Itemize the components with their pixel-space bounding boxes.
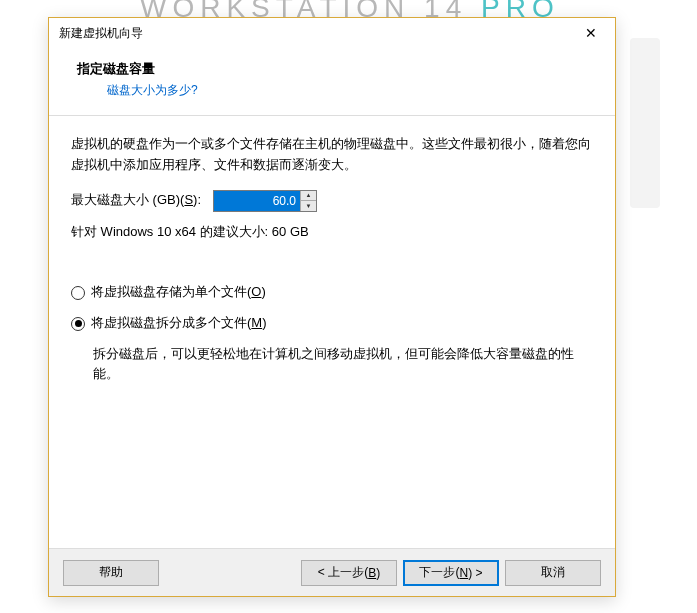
next-button[interactable]: 下一步(N) >	[403, 560, 499, 586]
cancel-button[interactable]: 取消	[505, 560, 601, 586]
help-button[interactable]: 帮助	[63, 560, 159, 586]
wizard-dialog: 新建虚拟机向导 ✕ 指定磁盘容量 磁盘大小为多少? 虚拟机的硬盘作为一个或多个文…	[48, 17, 616, 597]
radio-icon	[71, 317, 85, 331]
wizard-header: 指定磁盘容量 磁盘大小为多少?	[49, 46, 615, 116]
max-disk-spinner: ▲ ▼	[213, 190, 317, 212]
spinner-up-button[interactable]: ▲	[301, 191, 316, 202]
max-disk-row: 最大磁盘大小 (GB)(S): ▲ ▼	[71, 190, 593, 212]
max-disk-input[interactable]	[214, 191, 300, 211]
close-button[interactable]: ✕	[577, 22, 605, 44]
radio-split-files[interactable]: 将虚拟磁盘拆分成多个文件(M)	[71, 313, 593, 334]
radio-single-file-label: 将虚拟磁盘存储为单个文件(O)	[91, 282, 266, 303]
recommended-size-text: 针对 Windows 10 x64 的建议大小: 60 GB	[71, 222, 593, 243]
wizard-content: 虚拟机的硬盘作为一个或多个文件存储在主机的物理磁盘中。这些文件最初很小，随着您向…	[49, 116, 615, 404]
wizard-step-title: 指定磁盘容量	[77, 60, 605, 78]
back-button[interactable]: < 上一步(B)	[301, 560, 397, 586]
radio-single-file[interactable]: 将虚拟磁盘存储为单个文件(O)	[71, 282, 593, 303]
radio-split-files-description: 拆分磁盘后，可以更轻松地在计算机之间移动虚拟机，但可能会降低大容量磁盘的性能。	[93, 344, 587, 384]
spinner-buttons: ▲ ▼	[300, 191, 316, 211]
background-panel	[630, 38, 660, 208]
close-icon: ✕	[585, 25, 597, 41]
radio-split-files-label: 将虚拟磁盘拆分成多个文件(M)	[91, 313, 267, 334]
wizard-step-subtitle: 磁盘大小为多少?	[77, 82, 605, 99]
intro-text: 虚拟机的硬盘作为一个或多个文件存储在主机的物理磁盘中。这些文件最初很小，随着您向…	[71, 134, 593, 176]
disk-storage-radio-group: 将虚拟磁盘存储为单个文件(O) 将虚拟磁盘拆分成多个文件(M) 拆分磁盘后，可以…	[71, 282, 593, 384]
max-disk-label: 最大磁盘大小 (GB)(S):	[71, 190, 201, 211]
titlebar: 新建虚拟机向导 ✕	[49, 18, 615, 46]
wizard-footer: 帮助 < 上一步(B) 下一步(N) > 取消	[49, 548, 615, 596]
spinner-down-button[interactable]: ▼	[301, 201, 316, 211]
radio-checked-icon	[75, 320, 82, 327]
radio-icon	[71, 286, 85, 300]
dialog-title: 新建虚拟机向导	[59, 25, 143, 42]
